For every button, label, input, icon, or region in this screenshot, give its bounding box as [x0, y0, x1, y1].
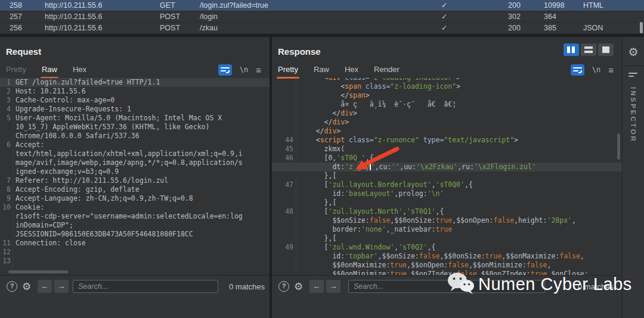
inspector-tab[interactable]: INSPECTOR — [630, 87, 637, 143]
proxy-tool-window: 258http://10.211.55.6GET/login.zul?faile… — [0, 0, 644, 318]
request-panel-title: Request — [6, 46, 41, 57]
code-line: dt:'z_g7y',cu:'',uu:'\x2Fzkau',ru:'\x2Fl… — [272, 163, 622, 172]
code-line: </div> — [272, 127, 622, 136]
show-newlines-icon[interactable]: \n — [592, 66, 600, 74]
history-cell: 258 — [10, 0, 22, 11]
code-line: id:'topbar',$$onSize:false,$$0onSize:tru… — [272, 252, 622, 261]
history-row[interactable]: 256http://10.211.55.6POST/zkau✓200385JSO… — [0, 23, 644, 34]
request-hscroll-thumb[interactable] — [8, 270, 68, 273]
line-number: 6 — [0, 141, 11, 149]
layout-buttons — [564, 43, 614, 56]
code-line: },[ — [272, 172, 622, 180]
code-line: 49 ['zul.wnd.Window','sT0Q2',{ — [272, 243, 622, 252]
code-line: 3Cache-Control: max-age=0 — [0, 96, 270, 105]
response-vscroll-thumb[interactable] — [617, 133, 620, 160]
history-cell: 257 — [10, 11, 22, 22]
code-line: igned-exchange;v=b3;q=0.9 — [0, 167, 270, 176]
code-line: 12 — [0, 248, 270, 257]
line-number: 12 — [0, 248, 11, 257]
code-line: å¤ ç ä¸­ï¼ è¯·ç¨ å€ â€¦ — [272, 100, 622, 109]
collapse-panel-icon[interactable] — [628, 73, 638, 77]
line-number: 10 — [0, 203, 11, 212]
tab-render[interactable]: Render — [374, 63, 400, 79]
request-searchbar: ? ⚙ ← → 0 matches — [0, 275, 270, 297]
response-editor[interactable]: <div class="z-loading-indicator"> <span … — [272, 78, 622, 275]
history-cell: 10998 — [544, 0, 565, 11]
history-scrollbar-thumb[interactable] — [640, 22, 643, 33]
line-number: 49 — [280, 243, 293, 252]
history-cell: 385 — [544, 23, 556, 33]
line-number: 8 — [0, 185, 11, 194]
code-line: text/html,application/xhtml+xml,applicat… — [0, 149, 270, 158]
history-cell: /login.zul?failed=true — [200, 0, 268, 11]
tab-pretty[interactable]: Pretty — [6, 63, 26, 79]
history-cell: HTML — [583, 0, 603, 11]
editor-menu-icon[interactable]: ≡ — [608, 65, 614, 75]
show-newlines-icon[interactable]: \n — [240, 66, 248, 74]
layout-rows-button[interactable] — [581, 43, 596, 56]
line-number: 5 — [0, 114, 11, 123]
tab-pretty[interactable]: Pretty — [278, 63, 298, 79]
request-editor[interactable]: 1GET /login.zul?failed=true HTTP/1.12Hos… — [0, 78, 270, 275]
code-line: id:'baseLayout',prolog:'\n' — [272, 189, 622, 198]
code-line: 7Referer: http://10.211.55.6/login.zul — [0, 176, 270, 185]
prev-match-button[interactable]: ← — [38, 280, 52, 293]
history-row[interactable]: 258http://10.211.55.6GET/login.zul?faile… — [0, 0, 644, 11]
code-line: 46 [0,'sT0Q_',{ — [272, 154, 622, 163]
line-number: 45 — [280, 145, 293, 154]
line-number: 4 — [0, 105, 11, 114]
layout-single-button[interactable] — [598, 43, 614, 56]
tab-hex[interactable]: Hex — [73, 63, 86, 79]
history-cell: http://10.211.55.6 — [45, 11, 102, 22]
line-number: 11 — [0, 239, 11, 248]
search-settings-gear-icon[interactable]: ⚙ — [294, 281, 303, 291]
history-cell: POST — [160, 11, 180, 22]
response-searchbar: ? ⚙ ← → 0 matches — [272, 275, 622, 297]
editor-menu-icon[interactable]: ≡ — [256, 65, 261, 75]
tab-hex[interactable]: Hex — [345, 63, 358, 79]
code-line: 45 zkmx( — [272, 145, 622, 154]
code-line: 47 ['zul.layout.Borderlayout','sT0Q0',{ — [272, 180, 622, 189]
line-number: 44 — [280, 136, 293, 145]
code-line: $$0onMaximize:true,$$onOpen:false,$$onMi… — [272, 261, 622, 270]
settings-gear-icon[interactable]: ⚙ — [628, 45, 638, 59]
help-icon[interactable]: ? — [278, 281, 289, 292]
request-panel: Request PrettyRawHex \n ≡ 1GET /login.zu… — [0, 37, 270, 297]
wrap-lines-icon[interactable] — [571, 64, 584, 76]
code-line: <span class="z-loading-icon"> — [272, 82, 622, 91]
sidebar-divider — [623, 66, 644, 66]
wrap-lines-icon[interactable] — [218, 64, 232, 76]
tab-raw[interactable]: Raw — [314, 63, 329, 79]
prev-match-button[interactable]: ← — [309, 280, 324, 293]
next-match-button[interactable]: → — [326, 280, 340, 293]
line-number: 7 — [0, 176, 11, 185]
code-line: Chrome/108.0.0.0 Safari/537.36 — [0, 132, 270, 141]
history-cell: /zkau — [200, 23, 218, 33]
code-line: 13 — [0, 257, 270, 266]
response-search-input[interactable] — [348, 280, 545, 293]
code-line: $$onSize:false,$$0onSize:true,$$onOpen:f… — [272, 216, 622, 225]
line-number: 47 — [280, 180, 293, 189]
history-row[interactable]: 257http://10.211.55.6POST/login✓302364 — [0, 11, 644, 23]
line-number: 2 — [0, 87, 11, 96]
code-line: <div class="z-loading-indicator"> — [272, 78, 622, 82]
line-number: 3 — [0, 96, 11, 105]
code-line: JSESSIONID=986150E63DB473A50F546481080F1… — [0, 230, 270, 239]
search-settings-gear-icon[interactable]: ⚙ — [22, 281, 31, 291]
request-search-input[interactable] — [73, 280, 218, 293]
code-line: </div> — [272, 109, 622, 118]
layout-columns-button[interactable] — [564, 43, 579, 56]
line-number: 13 — [0, 257, 11, 266]
code-line: 10_15_7) AppleWebKit/537.36 (KHTML, like… — [0, 123, 270, 132]
request-tabbar: PrettyRawHex — [6, 63, 86, 79]
help-icon[interactable]: ? — [7, 281, 17, 292]
right-sidebar: ⚙ INSPECTOR — [622, 37, 644, 318]
response-panel: Response PrettyRawHexRender \n ≡ <div cl… — [272, 37, 622, 297]
tab-raw[interactable]: Raw — [42, 63, 57, 79]
code-line: 6Accept: — [0, 141, 270, 149]
next-match-button[interactable]: → — [54, 280, 69, 293]
line-number: 46 — [280, 154, 293, 163]
history-cell: http://10.211.55.6 — [45, 23, 102, 33]
code-line: },[ — [272, 234, 622, 243]
code-line: 11Connection: close — [0, 239, 270, 248]
